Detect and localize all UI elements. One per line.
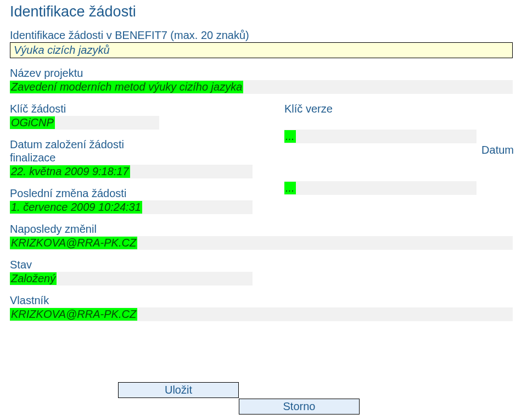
status-bar: Založený: [10, 272, 253, 285]
key-request-bar: OGiCNP: [10, 116, 159, 130]
page-title: Identifikace žádosti: [10, 3, 517, 20]
last-change-bar: 1. července 2009 10:24:31: [10, 200, 253, 214]
key-request-value: OGiCNP: [10, 116, 55, 129]
project-value: Zavedení moderních metod výuky cizího ja…: [10, 81, 243, 93]
key-version-label: Klíč verze: [284, 103, 514, 115]
owner-label: Vlastník: [10, 294, 513, 307]
last-changed-by-value: KRIZKOVA@RRA-PK.CZ: [10, 237, 137, 249]
status-label: Stav: [10, 259, 513, 271]
owner-bar: KRIZKOVA@RRA-PK.CZ: [10, 307, 513, 321]
owner-value: KRIZKOVA@RRA-PK.CZ: [10, 308, 137, 321]
finalization-value: ...: [284, 182, 296, 194]
project-label: Název projektu: [10, 67, 517, 80]
created-value: 22. května 2009 9:18:17: [10, 165, 130, 178]
key-version-value: ...: [284, 130, 296, 143]
ident-input[interactable]: Výuka cizích jazyků: [10, 42, 513, 58]
created-bar: 22. května 2009 9:18:17: [10, 165, 253, 178]
status-value: Založený: [10, 272, 57, 285]
save-button[interactable]: Uložit: [118, 382, 239, 398]
right-column: Klíč verze ... Datum ...: [284, 103, 514, 195]
cancel-button[interactable]: Storno: [239, 399, 360, 415]
finalization-bar: ...: [284, 181, 476, 195]
project-value-bar: Zavedení moderních metod výuky cizího ja…: [10, 80, 513, 94]
last-changed-by-bar: KRIZKOVA@RRA-PK.CZ: [10, 236, 513, 250]
key-version-bar: ...: [284, 130, 476, 143]
finalization-right-label: Datum: [481, 144, 514, 156]
ident-label: Identifikace žádosti v BENEFIT7 (max. 20…: [10, 29, 517, 42]
ident-value: Výuka cizích jazyků: [14, 44, 110, 56]
last-changed-by-label: Naposledy změnil: [10, 223, 513, 236]
last-change-value: 1. července 2009 10:24:31: [10, 201, 142, 214]
